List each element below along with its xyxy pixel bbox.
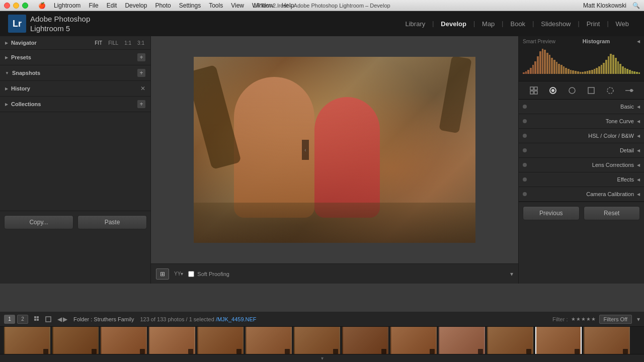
prev-arrow-button[interactable]: ◀ [57,316,62,323]
histogram-bar [631,71,633,74]
copy-button[interactable]: Copy... [4,215,73,229]
grid-tool-icon[interactable] [528,84,540,97]
menu-edit[interactable]: Edit [107,2,117,9]
histogram-title[interactable]: Histogram [583,38,610,44]
detail-header[interactable]: Detail ◀ [519,143,644,157]
histogram-bar [549,55,551,74]
nav-web[interactable]: Web [609,11,636,36]
camera-calibration-header[interactable]: Camera Calibration ◀ [519,187,644,201]
add-preset-button[interactable]: + [137,53,145,61]
nav-develop[interactable]: Develop [434,11,473,36]
soft-proofing-checkbox[interactable] [188,271,194,277]
paste-button[interactable]: Paste [77,215,147,229]
collapse-left-arrow[interactable]: ‹ [302,140,309,160]
menu-tools[interactable]: Tools [209,2,223,9]
minimize-button[interactable] [13,3,19,9]
filmstrip-thumb[interactable] [439,327,485,354]
filmstrip-collapse-icon[interactable]: ▾ [637,316,640,323]
detail-section: Detail ◀ [519,143,644,158]
hsl-header[interactable]: HSL / Color / B&W ◀ [519,129,644,143]
empty-circle-icon[interactable] [604,84,616,97]
menu-photo[interactable]: Photo [155,2,171,9]
history-section: ▶ History ✕ [0,81,150,97]
filmstrip-thumb[interactable] [294,327,340,354]
page-1-button[interactable]: 1 [4,315,15,324]
histogram-bar [553,60,555,74]
presets-header[interactable]: ▶ Presets + [0,50,150,65]
fit-button[interactable]: FIT [94,40,103,46]
square-tool-icon[interactable] [585,84,597,97]
add-snapshot-button[interactable]: + [137,69,145,77]
filter-star-icons[interactable]: ★★★★★ [571,316,596,322]
previous-button[interactable]: Previous [523,206,580,220]
ratio-1-1-button[interactable]: 1:1 [123,40,132,46]
reset-button[interactable]: Reset [584,206,640,220]
menu-settings[interactable]: Settings [179,2,201,9]
svg-rect-3 [534,91,537,94]
expand-arrow[interactable]: ▾ [0,354,644,362]
thumb-icons [429,348,436,354]
navigator-label: Navigator [11,40,94,46]
menu-apple[interactable]: 🍎 [38,2,46,9]
filmstrip-thumb[interactable] [487,327,533,354]
slider-tool-icon[interactable] [623,84,635,97]
filmstrip-thumb[interactable] [52,327,99,354]
histogram-bar [580,72,582,74]
presets-section: ▶ Presets + [0,50,150,65]
maximize-button[interactable] [22,3,28,9]
tone-curve-header[interactable]: Tone Curve ◀ [519,114,644,128]
history-header[interactable]: ▶ History ✕ [0,81,150,96]
menu-lightroom[interactable]: Lightroom [54,2,80,9]
lens-corrections-header[interactable]: Lens Corrections ◀ [519,158,644,172]
filled-circle-icon[interactable] [566,84,578,97]
clear-history-button[interactable]: ✕ [140,85,145,92]
histogram-bar [542,49,544,74]
menu-develop[interactable]: Develop [125,2,147,9]
svg-point-5 [551,89,554,92]
page-view-buttons: 1 2 [4,315,28,324]
basic-title: Basic [530,104,634,110]
nav-slideshow[interactable]: Slideshow [534,11,578,36]
nav-print[interactable]: Print [580,11,607,36]
filters-off-button[interactable]: Filters Off [599,315,632,324]
basic-header[interactable]: Basic ◀ [519,100,644,114]
filmstrip-thumb[interactable] [4,327,50,354]
histogram-bar [587,71,589,74]
grid-view-button[interactable] [32,315,42,324]
close-button[interactable] [4,3,10,9]
filmstrip-thumb[interactable] [535,327,582,354]
filmstrip-thumb[interactable] [197,327,244,354]
thumb-flag-icon [188,349,193,354]
center-area: ‹ ⊞ YY▾ Soft Proofing [151,36,518,284]
loupe-view-button[interactable] [43,315,53,324]
ratio-3-1-button[interactable]: 3:1 [136,40,145,46]
crop-tool-button[interactable]: ⊞ [156,268,169,280]
histogram-bar [624,68,626,74]
next-arrow-button[interactable]: ▶ [63,316,67,323]
snapshots-header[interactable]: ▼ Snapshots + [0,65,150,80]
filmstrip-thumb[interactable] [342,327,388,354]
filmstrip-thumb[interactable] [246,327,292,354]
navigator-header[interactable]: ▶ Navigator FIT FILL 1:1 3:1 [0,36,150,49]
filmstrip-thumb[interactable] [101,327,147,354]
add-collection-button[interactable]: + [137,100,145,108]
menu-view[interactable]: View [231,2,244,9]
filmstrip-thumb[interactable] [149,327,195,354]
expand-toolbar-icon[interactable]: ▾ [510,270,513,278]
filmstrip-thumb[interactable] [584,327,630,354]
search-icon[interactable]: 🔍 [632,2,640,9]
nav-book[interactable]: Book [503,11,532,36]
menu-file[interactable]: File [89,2,98,9]
collections-header[interactable]: ▶ Collections + [0,97,150,112]
fill-button[interactable]: FILL [107,40,119,46]
page-2-button[interactable]: 2 [17,315,28,324]
window-controls[interactable] [4,3,28,9]
filmstrip-thumb[interactable] [390,327,437,354]
circle-tool-icon[interactable] [547,84,559,97]
nav-map[interactable]: Map [475,11,502,36]
titlebar-right: Matt Kloskowski 🔍 [583,2,640,9]
effects-header[interactable]: Effects ◀ [519,172,644,187]
histogram-bar [570,70,572,74]
nav-library[interactable]: Library [398,11,432,36]
navigator-fit-options[interactable]: FIT FILL 1:1 3:1 [94,40,145,46]
